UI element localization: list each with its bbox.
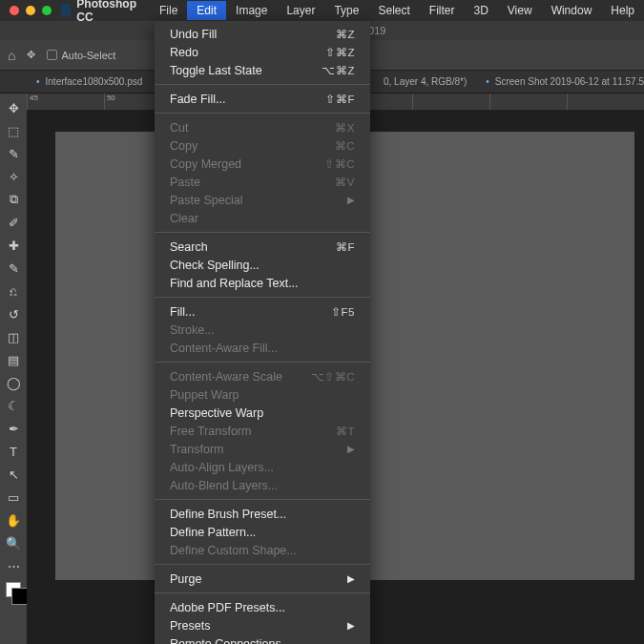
blur-tool-icon[interactable]: ◯	[2, 372, 25, 393]
menu-item-perspective-warp[interactable]: Perspective Warp	[155, 404, 370, 422]
menu-item-presets[interactable]: Presets▶	[155, 616, 370, 634]
menu-item-label: Copy	[170, 138, 197, 154]
healing-tool-icon[interactable]: ✚	[2, 235, 25, 256]
menu-item-fade-fill[interactable]: Fade Fill...⇧⌘F	[155, 90, 370, 108]
menu-item-label: Toggle Last State	[170, 63, 262, 78]
menu-item-label: Search	[170, 239, 208, 255]
menu-item-shortcut: ⇧⌘C	[324, 156, 355, 172]
menubar-item-image[interactable]: Image	[226, 1, 277, 20]
artboard-tool-icon[interactable]: ⋯	[2, 555, 25, 576]
auto-select-label: Auto-Select	[61, 50, 115, 61]
eraser-tool-icon[interactable]: ◫	[2, 326, 25, 347]
menu-item-adobe-pdf-presets[interactable]: Adobe PDF Presets...	[155, 598, 370, 616]
menu-item-content-aware-scale: Content-Aware Scale⌥⇧⌘C	[155, 367, 370, 385]
menu-item-label: Cut	[170, 120, 188, 135]
menubar-item-layer[interactable]: Layer	[277, 1, 324, 20]
menu-item-stroke: Stroke...	[155, 321, 370, 339]
menu-item-define-pattern[interactable]: Define Pattern...	[155, 523, 370, 541]
menu-item-toggle-last-state[interactable]: Toggle Last State⌥⌘Z	[155, 61, 370, 79]
menu-separator	[155, 592, 370, 593]
color-swatches[interactable]	[6, 582, 21, 597]
menu-item-free-transform: Free Transform⌘T	[155, 422, 370, 440]
crop-tool-icon[interactable]: ⧉	[2, 189, 25, 210]
eyedropper-tool-icon[interactable]: ✐	[2, 212, 25, 233]
dodge-tool-icon[interactable]: ☾	[2, 395, 25, 416]
hand-tool-icon[interactable]: ✋	[2, 509, 25, 530]
submenu-arrow-icon: ▶	[347, 442, 355, 457]
menu-item-label: Content-Aware Fill...	[170, 341, 278, 356]
menubar-item-file[interactable]: File	[150, 1, 187, 20]
history-brush-tool-icon[interactable]: ↺	[2, 303, 25, 324]
menu-item-auto-align-layers: Auto-Align Layers...	[155, 458, 370, 476]
menu-item-undo-fill[interactable]: Undo Fill⌘Z	[155, 25, 370, 43]
menu-item-shortcut: ⇧⌘Z	[325, 45, 355, 60]
macos-menubar: Photoshop CC FileEditImageLayerTypeSelec…	[0, 0, 644, 21]
menu-item-label: Free Transform	[170, 424, 251, 439]
move-tool-icon[interactable]: ✥	[27, 49, 35, 61]
gradient-tool-icon[interactable]: ▤	[2, 349, 25, 370]
menu-item-fill[interactable]: Fill...⇧F5	[155, 302, 370, 321]
menubar-item-filter[interactable]: Filter	[420, 1, 465, 20]
menu-item-paste: Paste⌘V	[155, 173, 370, 191]
menu-item-shortcut: ⇧F5	[331, 304, 355, 320]
document-tab[interactable]: •Screen Shot 2019-06-12 at 11.57.5	[486, 76, 644, 87]
menu-item-shortcut: ⌘F	[336, 239, 355, 255]
menu-item-purge[interactable]: Purge▶	[155, 570, 370, 588]
menu-item-label: Puppet Warp	[170, 387, 239, 403]
edit-menu-dropdown: Undo Fill⌘ZRedo⇧⌘ZToggle Last State⌥⌘ZFa…	[155, 21, 370, 644]
tools-panel: ✥ ⬚ ✎ ✧ ⧉ ✐ ✚ ✎ ⎌ ↺ ◫ ▤ ◯ ☾ ✒ T ↖ ▭ ✋ 🔍 …	[0, 93, 27, 644]
menu-item-transform: Transform▶	[155, 440, 370, 458]
auto-select-checkbox[interactable]: Auto-Select	[47, 50, 115, 61]
type-tool-icon[interactable]: T	[2, 441, 25, 462]
menu-separator	[155, 232, 370, 233]
menu-item-copy-merged: Copy Merged⇧⌘C	[155, 155, 370, 173]
wand-tool-icon[interactable]: ✧	[2, 166, 25, 187]
shape-tool-icon[interactable]: ▭	[2, 487, 25, 508]
menu-item-label: Transform	[170, 442, 224, 457]
path-tool-icon[interactable]: ↖	[2, 464, 25, 485]
menu-item-label: Copy Merged	[170, 156, 241, 172]
zoom-window-icon[interactable]	[42, 6, 52, 15]
menu-item-label: Find and Replace Text...	[170, 276, 299, 291]
window-traffic-lights	[0, 6, 61, 15]
minimize-window-icon[interactable]	[26, 6, 35, 15]
menu-item-label: Fade Fill...	[170, 92, 225, 107]
menubar-item-window[interactable]: Window	[542, 1, 602, 20]
menu-separator	[155, 362, 370, 363]
menu-item-remote-connections[interactable]: Remote Connections...	[155, 634, 370, 644]
move-tool-icon[interactable]: ✥	[2, 97, 25, 118]
document-tab[interactable]: 0, Layer 4, RGB/8*)	[384, 76, 467, 87]
menubar-item-select[interactable]: Select	[368, 1, 419, 20]
menu-item-shortcut: ⇧⌘F	[325, 92, 355, 107]
menubar-item-help[interactable]: Help	[601, 1, 644, 20]
home-icon[interactable]: ⌂	[8, 48, 15, 63]
menu-item-define-brush-preset[interactable]: Define Brush Preset...	[155, 505, 370, 523]
menu-item-paste-special: Paste Special▶	[155, 191, 370, 209]
menubar-item-view[interactable]: View	[498, 1, 542, 20]
menu-item-content-aware-fill: Content-Aware Fill...	[155, 339, 370, 357]
marquee-tool-icon[interactable]: ⬚	[2, 120, 25, 141]
menu-item-cut: Cut⌘X	[155, 118, 370, 136]
zoom-tool-icon[interactable]: 🔍	[2, 532, 25, 553]
menu-separator	[155, 113, 370, 114]
menubar-item-3d[interactable]: 3D	[464, 1, 497, 20]
lasso-tool-icon[interactable]: ✎	[2, 143, 25, 164]
menu-item-check-spelling[interactable]: Check Spelling...	[155, 256, 370, 274]
brush-tool-icon[interactable]: ✎	[2, 258, 25, 279]
menu-item-shortcut: ⌘T	[336, 424, 355, 439]
menu-item-find-and-replace-text[interactable]: Find and Replace Text...	[155, 274, 370, 292]
menubar-item-type[interactable]: Type	[324, 1, 368, 20]
menu-item-label: Stroke...	[170, 322, 215, 338]
menu-item-label: Define Custom Shape...	[170, 543, 297, 558]
menu-item-search[interactable]: Search⌘F	[155, 238, 370, 256]
menu-item-label: Fill...	[170, 304, 195, 320]
menu-item-label: Define Brush Preset...	[170, 507, 286, 522]
pen-tool-icon[interactable]: ✒	[2, 418, 25, 439]
stamp-tool-icon[interactable]: ⎌	[2, 280, 25, 301]
menu-item-clear: Clear	[155, 209, 370, 227]
menu-item-redo[interactable]: Redo⇧⌘Z	[155, 43, 370, 61]
close-window-icon[interactable]	[10, 6, 19, 15]
menubar-item-edit[interactable]: Edit	[187, 1, 226, 20]
submenu-arrow-icon: ▶	[347, 571, 355, 587]
document-tab[interactable]: •Interface1080x500.psd	[36, 76, 142, 87]
